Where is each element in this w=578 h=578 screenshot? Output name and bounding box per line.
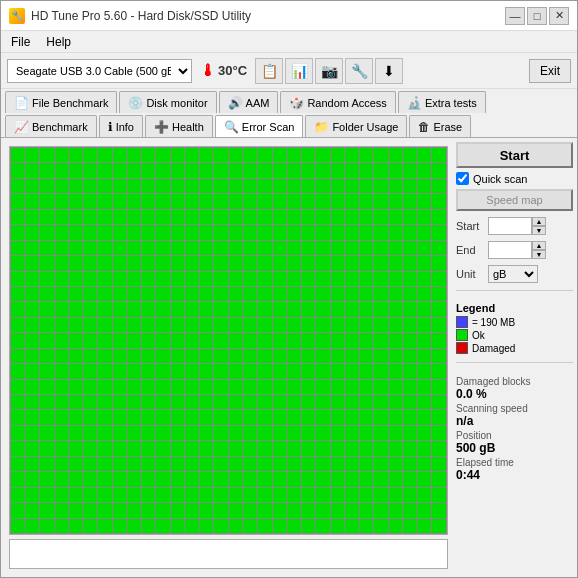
- grid-cell: [200, 272, 214, 286]
- grid-cell: [200, 256, 214, 270]
- grid-cell: [302, 503, 316, 517]
- grid-cell: [113, 179, 127, 193]
- grid-cell: [156, 194, 170, 208]
- grid-cell: [26, 210, 40, 224]
- grid-cell: [200, 302, 214, 316]
- tab-disk-monitor[interactable]: 💿 Disk monitor: [119, 91, 216, 113]
- grid-cell: [142, 349, 156, 363]
- tab-aam[interactable]: 🔊 AAM: [219, 91, 279, 113]
- grid-cell: [258, 225, 272, 239]
- tab-error-scan-label: Error Scan: [242, 121, 295, 133]
- tabs-row-1: 📄 File Benchmark 💿 Disk monitor 🔊 AAM 🎲 …: [1, 89, 577, 113]
- grid-cell: [273, 441, 287, 455]
- end-spin-up[interactable]: ▲: [532, 241, 546, 250]
- toolbar-icon-3[interactable]: 📷: [315, 58, 343, 84]
- grid-cell: [142, 194, 156, 208]
- toolbar-icon-2[interactable]: 📊: [285, 58, 313, 84]
- grid-cell: [171, 503, 185, 517]
- toolbar-icon-1[interactable]: 📋: [255, 58, 283, 84]
- start-spin-down[interactable]: ▼: [532, 226, 546, 235]
- grid-cell: [258, 179, 272, 193]
- grid-cell: [40, 519, 54, 533]
- grid-cell: [127, 179, 141, 193]
- grid-cell: [69, 225, 83, 239]
- tab-erase[interactable]: 🗑 Erase: [409, 115, 471, 137]
- grid-cell: [185, 426, 199, 440]
- close-button[interactable]: ✕: [549, 7, 569, 25]
- grid-cell: [200, 241, 214, 255]
- drive-select[interactable]: Seagate USB 3.0 Cable (500 gB): [7, 59, 192, 83]
- grid-cell: [302, 380, 316, 394]
- grid-cell: [273, 163, 287, 177]
- grid-cell: [84, 503, 98, 517]
- scan-grid: [10, 147, 447, 534]
- grid-cell: [55, 488, 69, 502]
- grid-cell: [302, 318, 316, 332]
- grid-cell: [185, 364, 199, 378]
- grid-cell: [127, 488, 141, 502]
- damaged-blocks-label: Damaged blocks: [456, 376, 573, 387]
- grid-cell: [302, 333, 316, 347]
- start-button[interactable]: Start: [456, 142, 573, 168]
- toolbar-icon-5[interactable]: ⬇: [375, 58, 403, 84]
- grid-cell: [11, 395, 25, 409]
- grid-cell: [273, 380, 287, 394]
- grid-cell: [273, 318, 287, 332]
- tab-folder-usage[interactable]: 📁 Folder Usage: [305, 115, 407, 137]
- grid-cell: [127, 210, 141, 224]
- menu-file[interactable]: File: [5, 33, 36, 51]
- menu-help[interactable]: Help: [40, 33, 77, 51]
- grid-cell: [69, 380, 83, 394]
- grid-cell: [171, 488, 185, 502]
- exit-button[interactable]: Exit: [529, 59, 571, 83]
- grid-cell: [113, 472, 127, 486]
- grid-cell: [113, 488, 127, 502]
- grid-cell: [389, 163, 403, 177]
- grid-cell: [55, 380, 69, 394]
- grid-cell: [403, 225, 417, 239]
- grid-cell: [200, 472, 214, 486]
- grid-cell: [229, 287, 243, 301]
- quick-scan-checkbox[interactable]: [456, 172, 469, 185]
- tab-extra-tests[interactable]: 🔬 Extra tests: [398, 91, 486, 113]
- end-input[interactable]: 500: [488, 241, 532, 259]
- grid-cell: [84, 179, 98, 193]
- grid-cell: [331, 395, 345, 409]
- grid-cell: [345, 318, 359, 332]
- grid-cell: [40, 148, 54, 162]
- legend-section: Legend = 190 MB Ok Damaged: [456, 302, 573, 355]
- tab-info[interactable]: ℹ Info: [99, 115, 143, 137]
- grid-cell: [287, 179, 301, 193]
- grid-cell: [345, 488, 359, 502]
- unit-select[interactable]: MB gB: [488, 265, 538, 283]
- tab-benchmark[interactable]: 📈 Benchmark: [5, 115, 97, 137]
- grid-cell: [214, 194, 228, 208]
- grid-cell: [11, 472, 25, 486]
- maximize-button[interactable]: □: [527, 7, 547, 25]
- grid-cell: [40, 380, 54, 394]
- start-spin-up[interactable]: ▲: [532, 217, 546, 226]
- grid-cell: [229, 148, 243, 162]
- grid-cell: [171, 349, 185, 363]
- start-input[interactable]: 0: [488, 217, 532, 235]
- tab-file-benchmark[interactable]: 📄 File Benchmark: [5, 91, 117, 113]
- grid-cell: [11, 194, 25, 208]
- grid-cell: [127, 519, 141, 533]
- legend-text-1: Ok: [472, 330, 485, 341]
- end-spin-down[interactable]: ▼: [532, 250, 546, 259]
- grid-cell: [26, 318, 40, 332]
- grid-cell: [214, 148, 228, 162]
- tab-random-access[interactable]: 🎲 Random Access: [280, 91, 395, 113]
- tab-health[interactable]: ➕ Health: [145, 115, 213, 137]
- tab-error-scan[interactable]: 🔍 Error Scan: [215, 115, 304, 137]
- speed-map-button[interactable]: Speed map: [456, 189, 573, 211]
- grid-cell: [287, 380, 301, 394]
- toolbar-icon-4[interactable]: 🔧: [345, 58, 373, 84]
- grid-cell: [244, 256, 258, 270]
- grid-cell: [171, 457, 185, 471]
- grid-cell: [127, 194, 141, 208]
- grid-cell: [345, 287, 359, 301]
- minimize-button[interactable]: —: [505, 7, 525, 25]
- grid-cell: [98, 241, 112, 255]
- grid-cell: [432, 163, 446, 177]
